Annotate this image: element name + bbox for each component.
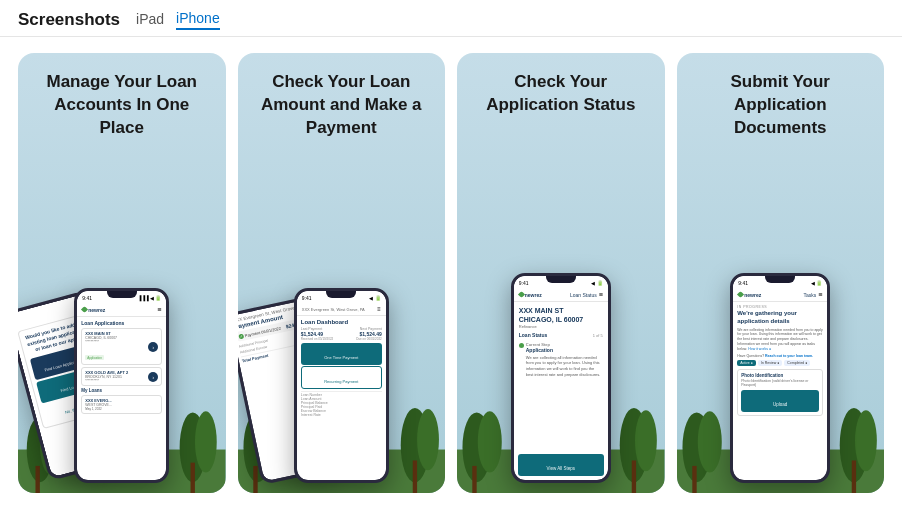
- svg-point-14: [417, 409, 439, 470]
- screenshots-container: Manage Your Loan Accounts In One Place: [0, 37, 902, 508]
- phone1-card4: 9:41◀ 🔋 newrez Tasks ≡ IN PROGRESS: [730, 273, 830, 483]
- svg-rect-6: [191, 462, 195, 493]
- svg-rect-15: [253, 466, 257, 493]
- svg-point-4: [195, 411, 217, 472]
- screenshot-card-3: Check Your Application Status 9:41◀ 🔋: [457, 53, 665, 493]
- tab-iphone[interactable]: iPhone: [176, 10, 220, 30]
- card2-title: Check Your Loan Amount and Make a Paymen…: [238, 53, 446, 150]
- svg-point-24: [478, 411, 502, 472]
- card4-title: Submit Your Application Documents: [677, 53, 885, 150]
- phone1-card2: 9:41◀ 🔋 XXX Evergreen St, West Grove, PA…: [294, 288, 389, 483]
- screenshot-card-1: Manage Your Loan Accounts In One Place: [18, 53, 226, 493]
- phone1-card3: 9:41◀ 🔋 newrez Loan Status ≡ XXX M: [511, 273, 611, 483]
- card3-mockup: 9:41◀ 🔋 newrez Loan Status ≡ XXX M: [457, 127, 665, 493]
- svg-rect-36: [692, 466, 696, 493]
- card3-title: Check Your Application Status: [457, 53, 665, 127]
- page-title: Screenshots: [18, 10, 120, 30]
- screenshot-card-2: Check Your Loan Amount and Make a Paymen…: [238, 53, 446, 493]
- screenshot-card-4: Submit Your Application Documents 9:41◀ …: [677, 53, 885, 493]
- phone1-screen: 9:41 ▐▐▐ ◀ 🔋 newrez ≡ Loan Applications: [77, 291, 166, 480]
- svg-point-26: [635, 410, 657, 471]
- svg-rect-37: [851, 460, 855, 493]
- svg-point-35: [855, 410, 877, 471]
- svg-rect-27: [472, 466, 476, 493]
- header: Screenshots iPad iPhone: [0, 0, 902, 37]
- card4-mockup: 9:41◀ 🔋 newrez Tasks ≡ IN PROGRESS: [677, 150, 885, 493]
- tab-ipad[interactable]: iPad: [136, 11, 164, 29]
- svg-rect-16: [412, 460, 416, 493]
- svg-point-33: [697, 411, 721, 472]
- card1-mockup: 9:41 ▐▐▐ ◀ 🔋 newrez ≡ Loan Applications: [18, 150, 226, 493]
- phone1-card1: 9:41 ▐▐▐ ◀ 🔋 newrez ≡ Loan Applications: [74, 288, 169, 483]
- card1-title: Manage Your Loan Accounts In One Place: [18, 53, 226, 150]
- card2-mockup: $ 9:41◀ 🔋 XXX Evergreen St, West Grove, …: [238, 150, 446, 493]
- svg-rect-5: [35, 466, 39, 493]
- svg-rect-28: [632, 460, 636, 493]
